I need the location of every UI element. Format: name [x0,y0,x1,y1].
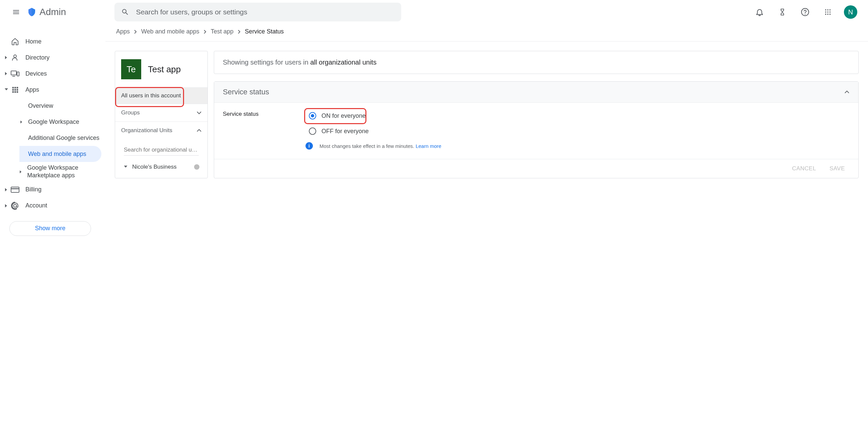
all-users-option[interactable]: All users in this account [115,88,208,104]
hamburger-icon [12,8,20,16]
at-sign-icon [11,201,20,210]
svg-rect-16 [12,89,14,91]
ou-search-wrap [115,139,208,157]
info-text: Most changes take effect in a few minute… [319,143,441,149]
svg-rect-15 [17,87,19,89]
svg-rect-14 [14,87,16,89]
org-units-label: Organizational Units [121,127,172,134]
search-bar[interactable] [115,3,401,22]
scope-bold: all organizational units [310,59,376,66]
svg-point-5 [827,11,829,13]
caret-right-icon [20,170,23,173]
account-avatar[interactable]: N [844,5,857,19]
apps-grid-icon [824,8,832,16]
help-button[interactable] [798,5,812,19]
nav-account[interactable]: Account [0,198,105,214]
svg-rect-11 [11,71,17,75]
admin-logo[interactable]: Admin [27,7,66,18]
svg-point-2 [827,9,829,11]
nav-home[interactable]: Home [0,33,105,50]
search-icon [121,8,129,16]
nav-apps-marketplace[interactable]: Google Workspace Marketplace apps [20,162,105,182]
svg-rect-13 [12,87,14,89]
setting-label: Service status [223,111,259,150]
caret-right-icon [3,56,9,59]
org-selector: All users in this account [115,88,208,104]
info-row: i Most changes take effect in a few minu… [306,142,441,150]
search-input[interactable] [136,8,395,16]
nav-apps-web-mobile[interactable]: Web and mobile apps [20,146,101,162]
svg-point-8 [827,14,829,15]
breadcrumb: Apps Web and mobile apps Test app Servic… [105,24,868,41]
caret-right-icon [3,72,9,75]
app-icon: Te [121,59,141,79]
ou-root-label: Nicole's Business [132,164,177,170]
scope-bar: Showing settings for users in all organi… [214,51,859,74]
svg-point-4 [825,11,827,13]
learn-more-link[interactable]: Learn more [415,143,441,149]
svg-point-10 [14,55,17,58]
card-footer: CANCEL SAVE [214,159,858,178]
nav-apps-additional-services[interactable]: Additional Google services [20,130,105,146]
nav-apps-sub: Overview Google Workspace Additional Goo… [0,98,105,182]
card-body: Service status ON for everyone OFF for e… [214,103,858,159]
org-units-section-toggle[interactable]: Organizational Units [115,122,208,139]
hourglass-icon [778,8,786,16]
svg-rect-18 [17,89,19,91]
scope-prefix: Showing settings for users in [223,59,310,66]
nav-devices[interactable]: Devices [0,66,105,82]
nav-apps-google-workspace[interactable]: Google Workspace [20,114,105,130]
groups-section-toggle[interactable]: Groups [115,104,208,122]
chevron-right-icon [204,30,207,34]
radio-on-everyone[interactable]: ON for everyone [306,111,441,121]
header: Admin N [0,0,868,24]
groups-label: Groups [121,109,140,116]
apps-launcher-button[interactable] [821,5,835,19]
svg-rect-20 [14,91,16,93]
nav-apps-overview[interactable]: Overview [20,98,105,114]
caret-down-icon [3,88,9,91]
show-more-button[interactable]: Show more [9,221,91,236]
app-header: Te Test app [115,51,208,88]
credit-card-icon [11,185,20,194]
notifications-button[interactable] [753,5,766,19]
help-icon [801,8,809,17]
breadcrumb-apps[interactable]: Apps [116,28,130,35]
content: Apps Web and mobile apps Test app Servic… [105,24,868,236]
org-selector-panel: Te Test app All users in this account Gr… [115,51,208,178]
ou-root-row[interactable]: Nicole's Business [115,157,208,174]
chevron-right-icon [134,30,137,34]
radio-icon [309,127,316,135]
nav-directory[interactable]: Directory [0,50,105,66]
apps-icon [11,85,20,94]
card-header[interactable]: Service status [214,82,858,103]
breadcrumb-test-app[interactable]: Test app [211,28,234,35]
admin-logo-text: Admin [39,7,66,18]
devices-icon [11,69,20,78]
app-title: Test app [148,64,181,74]
radio-off-everyone[interactable]: OFF for everyone [306,126,441,136]
tasks-button[interactable] [776,5,789,19]
svg-point-0 [801,8,809,16]
nav-apps[interactable]: Apps [0,82,105,98]
svg-point-1 [825,9,827,11]
svg-point-3 [830,9,831,11]
radio-off-label: OFF for everyone [321,128,369,135]
save-button[interactable]: SAVE [830,165,845,172]
svg-rect-22 [11,187,19,192]
person-icon [11,53,20,62]
cancel-button[interactable]: CANCEL [792,165,816,172]
caret-right-icon [3,188,9,191]
org-units-section: Organizational Units Nicole's Business [115,122,208,174]
radio-icon [309,112,316,120]
home-icon [11,37,20,46]
nav-billing[interactable]: Billing [0,182,105,198]
svg-point-7 [825,14,827,15]
breadcrumb-web-mobile[interactable]: Web and mobile apps [141,28,199,35]
ou-search-input[interactable] [124,145,199,156]
breadcrumb-current: Service Status [245,28,284,35]
header-icons: N [753,5,860,19]
svg-point-6 [830,11,831,13]
info-icon: i [306,142,313,150]
main-menu-button[interactable] [8,4,24,20]
